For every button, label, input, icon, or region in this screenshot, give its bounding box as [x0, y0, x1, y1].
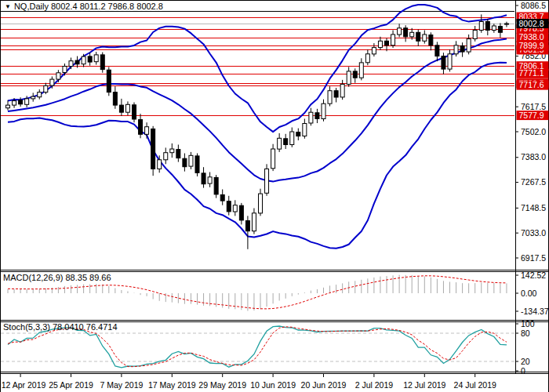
svg-text:7502.0: 7502.0: [521, 127, 546, 136]
bull-candle-body: [473, 31, 477, 39]
bull-candle-body: [31, 96, 35, 99]
bear-candle-body: [227, 201, 231, 212]
date-tick-label: 12 Apr 2019: [2, 380, 46, 390]
svg-text:7033.0: 7033.0: [521, 228, 546, 238]
date-tick-label: 10 Jun 2019: [250, 380, 296, 390]
bull-candle-body: [164, 153, 168, 160]
price-axis: 8086.57852.07617.57502.07383.07267.57148…: [515, 1, 549, 376]
bear-candle-body: [133, 105, 136, 119]
bull-candle-body: [278, 138, 282, 149]
date-tick-label: 24 Jul 2019: [454, 380, 496, 390]
bull-candle-body: [25, 99, 29, 104]
bear-candle-body: [75, 60, 79, 64]
bear-candle-body: [151, 129, 155, 169]
bull-candle-body: [504, 24, 508, 24]
stoch-indicator-label: Stoch(5,3,3) 78.0410 76.4714: [3, 322, 118, 332]
bear-candle-body: [88, 56, 92, 62]
bull-candle-body: [290, 132, 294, 145]
bear-candle-body: [19, 100, 23, 104]
bull-candle-body: [365, 54, 369, 63]
bear-candle-body: [176, 150, 180, 158]
bull-candle-body: [259, 194, 263, 213]
bear-candle-body: [334, 91, 338, 97]
bear-candle-body: [416, 32, 420, 41]
bull-candle-body: [13, 101, 16, 106]
bull-candle-body: [189, 155, 193, 166]
bear-candle-body: [485, 22, 489, 31]
chart-title-text: NQ,Daily 8002.4 8011.2 7986.8 8002.8: [14, 2, 163, 11]
bull-candle-body: [423, 34, 427, 41]
svg-text:7577.9: 7577.9: [519, 111, 544, 120]
price-chart-canvas[interactable]: 8086.57852.07617.57502.07383.07267.57148…: [0, 0, 549, 392]
bull-candle-body: [94, 55, 98, 62]
bull-candle-body: [145, 127, 149, 135]
bull-candle-body: [6, 105, 10, 108]
bull-candle-body: [448, 54, 452, 69]
stochastic-pane[interactable]: [1, 326, 515, 368]
bear-candle-body: [245, 221, 249, 231]
svg-text:20: 20: [521, 357, 530, 366]
bull-candle-body: [303, 124, 307, 136]
bear-candle-body: [214, 177, 218, 194]
bear-candle-body: [460, 45, 464, 52]
svg-text:142.52: 142.52: [521, 270, 546, 280]
bull-candle-body: [158, 160, 162, 169]
bear-candle-body: [498, 27, 502, 33]
chart-title: ▼NQ,Daily 8002.4 8011.2 7986.8 8002.8: [5, 2, 163, 12]
svg-text:7383.0: 7383.0: [521, 152, 546, 162]
bollinger-lower-band: [8, 63, 507, 249]
bear-candle-body: [284, 139, 288, 145]
svg-text:7771.1: 7771.1: [519, 68, 544, 78]
bear-candle-body: [429, 35, 433, 45]
bull-candle-body: [309, 112, 313, 123]
bull-candle-body: [378, 41, 382, 47]
bull-candle-body: [69, 61, 73, 67]
bull-candle-body: [322, 103, 325, 118]
bull-candle-body: [479, 22, 483, 31]
bull-candle-body: [44, 85, 48, 92]
bull-candle-body: [398, 28, 402, 34]
svg-text:0: 0: [521, 366, 525, 376]
bear-candle-body: [202, 173, 205, 184]
bull-candle-body: [38, 93, 42, 97]
bull-candle-body: [347, 71, 351, 85]
bull-candle-body: [125, 104, 129, 112]
bear-candle-body: [296, 132, 300, 136]
bear-candle-body: [315, 113, 319, 119]
bull-candle-body: [328, 91, 332, 104]
macd-indicator-label: MACD(12,26,9) 88.35 89.66: [3, 273, 111, 282]
bear-candle-body: [139, 120, 143, 135]
bull-candle-body: [492, 26, 496, 31]
bull-candle-body: [340, 84, 344, 97]
bear-candle-body: [119, 105, 123, 112]
bull-candle-body: [82, 56, 85, 64]
bear-candle-body: [100, 55, 104, 70]
date-axis: 12 Apr 201925 Apr 20197 May 201917 May 2…: [2, 374, 496, 390]
svg-text:80: 80: [521, 328, 530, 338]
date-tick-label: 25 Apr 2019: [49, 380, 93, 390]
bear-candle-body: [183, 158, 187, 167]
bear-candle-body: [220, 194, 224, 201]
bear-candle-body: [435, 45, 439, 56]
bull-candle-body: [233, 205, 237, 212]
bear-candle-body: [353, 71, 357, 78]
bull-candle-body: [454, 45, 458, 54]
bull-candle-body: [410, 32, 414, 37]
svg-text:8086.5: 8086.5: [521, 1, 546, 10]
date-tick-label: 12 Jul 2019: [403, 380, 445, 390]
symbol-dropdown-icon[interactable]: ▼: [5, 2, 11, 12]
bear-candle-body: [239, 205, 243, 220]
svg-text:7267.5: 7267.5: [521, 177, 546, 187]
bear-candle-body: [195, 156, 199, 173]
main-price-pane[interactable]: [1, 5, 515, 249]
bear-candle-body: [385, 41, 389, 45]
bull-candle-body: [372, 48, 376, 54]
bull-candle-body: [208, 177, 212, 183]
bear-candle-body: [442, 56, 445, 70]
trading-terminal-chart-window[interactable]: 8086.57852.07617.57502.07383.07267.57148…: [0, 0, 549, 392]
svg-text:7717.6: 7717.6: [519, 80, 544, 89]
bull-candle-body: [252, 213, 256, 231]
bull-candle-body: [50, 79, 54, 85]
svg-text:8002.8: 8002.8: [519, 19, 544, 28]
date-tick-label: 17 May 2019: [148, 380, 196, 390]
